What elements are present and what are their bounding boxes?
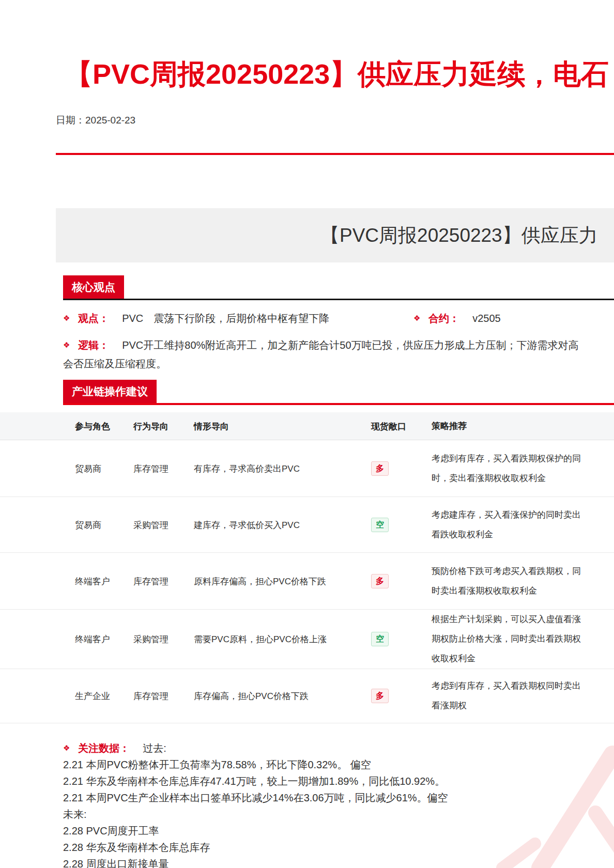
- section-core-viewpoint: 核心观点: [63, 275, 614, 300]
- action-cell: 库存管理: [133, 575, 168, 587]
- red-divider: [56, 153, 614, 155]
- report-banner: 【PVC周报20250223】供应压力: [56, 208, 614, 262]
- logic-line-2: 会否压缩及压缩程度。: [63, 357, 166, 371]
- col-header-exposure: 现货敞口: [371, 420, 406, 432]
- focus-line: 2.21 本周PVC粉整体开工负荷率为78.58%，环比下降0.32%。 偏空: [63, 756, 448, 773]
- exposure-badge-short: 空: [371, 632, 389, 646]
- date-label: 日期：2025-02-23: [56, 114, 135, 127]
- viewpoint-label: 观点：: [78, 313, 109, 324]
- col-header-action: 行为导向: [133, 420, 168, 432]
- role-cell: 贸易商: [75, 519, 101, 531]
- table-row: 贸易商 库存管理 有库存，寻求高价卖出PVC 多 考虑到有库存，买入看跌期权保护…: [0, 440, 614, 497]
- role-cell: 终端客户: [75, 575, 110, 587]
- brand-watermark: [486, 721, 614, 868]
- diamond-bullet-icon: ❖: [63, 743, 70, 752]
- focus-data-section: ❖ 关注数据： 过去: 2.21 本周PVC粉整体开工负荷率为78.58%，环比…: [63, 740, 448, 868]
- role-cell: 生产企业: [75, 690, 110, 702]
- focus-line: 2.21 本周PVC生产企业样本出口签单环比减少14%在3.06万吨，同比减少6…: [63, 789, 448, 806]
- focus-line: 2.28 周度出口新接单量: [63, 856, 448, 868]
- role-cell: 终端客户: [75, 633, 110, 645]
- col-header-scenario: 情形导向: [194, 420, 229, 432]
- scenario-cell: 需要PVC原料，担心PVC价格上涨: [194, 633, 327, 645]
- focus-line: 2.28 PVC周度开工率: [63, 823, 448, 839]
- section-badge-chain: 产业链操作建议: [63, 380, 157, 403]
- contract-label: 合约：: [428, 313, 459, 324]
- logic-line-1: ❖ 逻辑： PVC开工维持80%附近高开工，加之新产能合计50万吨已投，供应压力…: [63, 338, 579, 352]
- focus-data-label: 关注数据：: [78, 742, 130, 754]
- section-chain-advice: 产业链操作建议: [63, 380, 614, 405]
- focus-intro: 过去:: [143, 742, 166, 754]
- exposure-badge-long: 多: [371, 574, 389, 588]
- section-badge-core: 核心观点: [63, 275, 124, 299]
- action-cell: 采购管理: [133, 633, 168, 645]
- focus-data-header: ❖ 关注数据： 过去:: [63, 740, 448, 756]
- scenario-cell: 库存偏高，担心PVC价格下跌: [194, 690, 309, 702]
- focus-line: 2.21 华东及华南样本仓库总库存47.41万吨，较上一期增加1.89%，同比低…: [63, 773, 448, 789]
- strategy-cell: 考虑到有库存，买入看跌期权保护的同 时，卖出看涨期权收取权利金: [432, 449, 614, 488]
- banner-title: 【PVC周报20250223】供应压力: [320, 208, 598, 262]
- focus-line: 未来:: [63, 806, 448, 823]
- scenario-cell: 建库存，寻求低价买入PVC: [194, 519, 300, 531]
- scenario-cell: 原料库存偏高，担心PVC价格下跌: [194, 575, 326, 587]
- viewpoint-line: ❖ 观点： PVC 震荡下行阶段，后期价格中枢有望下降: [63, 312, 329, 326]
- strategy-cell: 根据生产计划采购，可以买入虚值看涨 期权防止价格大涨，同时卖出看跌期权 收取权利…: [432, 610, 614, 669]
- table-row: 终端客户 采购管理 需要PVC原料，担心PVC价格上涨 空 根据生产计划采购，可…: [0, 610, 614, 669]
- strategy-cell: 考虑建库存，买入看涨保护的同时卖出 看跌收取权利金: [432, 505, 614, 545]
- table-row: 贸易商 采购管理 建库存，寻求低价买入PVC 空 考虑建库存，买入看涨保护的同时…: [0, 497, 614, 553]
- diamond-bullet-icon: ❖: [63, 314, 70, 322]
- viewpoint-text: PVC 震荡下行阶段，后期价格中枢有望下降: [122, 313, 329, 324]
- diamond-bullet-icon: ❖: [413, 314, 420, 322]
- logic-label: 逻辑：: [78, 339, 109, 351]
- exposure-badge-long: 多: [371, 689, 389, 703]
- col-header-strategy: 策略推荐: [432, 416, 614, 436]
- strategy-cell: 预防价格下跌可考虑买入看跌期权，同 时卖出看涨期权收取权利金: [432, 562, 614, 601]
- contract-value: v2505: [472, 313, 501, 324]
- table-row: 终端客户 库存管理 原料库存偏高，担心PVC价格下跌 多 预防价格下跌可考虑买入…: [0, 553, 614, 610]
- exposure-badge-long: 多: [371, 461, 389, 475]
- action-cell: 库存管理: [133, 462, 168, 474]
- role-cell: 贸易商: [75, 462, 101, 474]
- focus-line: 2.28 华东及华南样本仓库总库存: [63, 839, 448, 856]
- report-page: 【PVC周报20250223】供应压力延续，电石 日期：2025-02-23 【…: [0, 0, 614, 868]
- table-header-row: 参与角色 行为导向 情形导向 现货敞口 策略推荐: [0, 412, 614, 440]
- logic-text-line2: 会否压缩及压缩程度。: [63, 358, 166, 369]
- strategy-table: 参与角色 行为导向 情形导向 现货敞口 策略推荐 贸易商 库存管理 有库存，寻求…: [0, 412, 614, 723]
- table-row: 生产企业 库存管理 库存偏高，担心PVC价格下跌 多 考虑到有库存，买入看跌期权…: [0, 669, 614, 723]
- contract-line: ❖ 合约： v2505: [413, 312, 501, 326]
- scenario-cell: 有库存，寻求高价卖出PVC: [194, 462, 300, 474]
- page-title: 【PVC周报20250223】供应压力延续，电石: [65, 56, 609, 94]
- logic-text-line1: PVC开工维持80%附近高开工，加之新产能合计50万吨已投，供应压力形成上方压制…: [122, 339, 578, 351]
- action-cell: 库存管理: [133, 690, 168, 702]
- action-cell: 采购管理: [133, 519, 168, 531]
- strategy-cell: 考虑到有库存，买入看跌期权同时卖出 看涨期权: [432, 676, 614, 716]
- exposure-badge-short: 空: [371, 517, 389, 532]
- col-header-role: 参与角色: [75, 420, 110, 432]
- diamond-bullet-icon: ❖: [63, 340, 70, 349]
